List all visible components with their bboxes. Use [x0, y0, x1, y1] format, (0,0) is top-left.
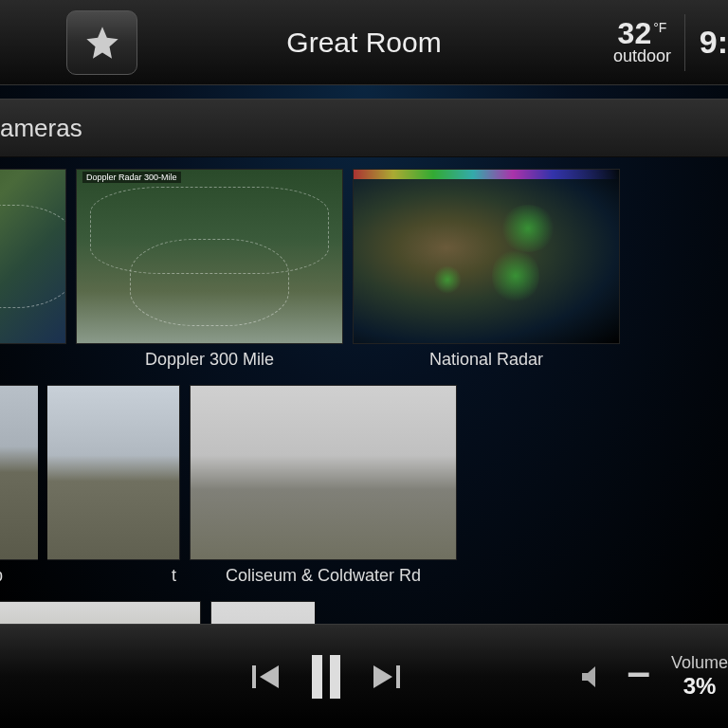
camera-tile[interactable]: Dup: [0, 385, 38, 592]
svg-rect-3: [396, 665, 400, 688]
skip-next-icon: [372, 665, 400, 688]
section-title: ameras: [0, 114, 82, 143]
media-footer: – Volume 3%: [0, 624, 728, 728]
camera-thumbnail: [353, 169, 620, 344]
camera-tile[interactable]: Doppler Radar 300-Mile Doppler 300 Mile: [76, 169, 343, 375]
weather-readout: 32 °F outdoor: [613, 18, 671, 66]
previous-button[interactable]: [252, 665, 281, 688]
camera-label: Doppler 300 Mile: [76, 344, 343, 375]
camera-tile[interactable]: t: [47, 385, 180, 592]
svg-rect-0: [252, 665, 256, 688]
camera-thumbnail: Doppler Radar 300-Mile: [76, 169, 343, 344]
volume-value: 3%: [671, 673, 728, 700]
header-divider: [684, 14, 685, 71]
svg-rect-1: [312, 655, 322, 699]
camera-thumbnail: [0, 385, 38, 560]
content-area: ameras Doppler Radar 300-Mile Doppler 30…: [0, 85, 728, 624]
camera-thumbnail: [0, 169, 66, 344]
clock-time: 9:: [700, 24, 728, 61]
volume-section: – Volume 3%: [579, 653, 728, 700]
camera-label: Dup: [0, 560, 38, 592]
skip-previous-icon: [252, 665, 281, 688]
camera-label: Coliseum & Coldwater Rd: [190, 560, 457, 592]
camera-tile[interactable]: Coliseum & Coldwater Rd: [190, 385, 457, 592]
camera-label: National Radar: [353, 344, 620, 375]
mute-button[interactable]: [579, 664, 606, 690]
room-title: Great Room: [286, 27, 441, 59]
header-bar: Great Room 32 °F outdoor 9:: [0, 0, 728, 85]
media-controls: [252, 655, 400, 699]
camera-label: t: [47, 560, 180, 592]
camera-tile[interactable]: National Radar: [353, 169, 620, 375]
speaker-icon: [579, 664, 606, 690]
svg-rect-2: [330, 655, 340, 699]
camera-thumbnail: [47, 385, 180, 560]
camera-label: [0, 344, 66, 355]
volume-label: Volume: [671, 653, 728, 673]
volume-readout: Volume 3%: [671, 653, 728, 700]
star-icon: [83, 24, 121, 62]
temperature-value: 32: [618, 18, 652, 48]
next-button[interactable]: [372, 665, 400, 688]
camera-thumbnail: [190, 385, 457, 560]
volume-down-button[interactable]: –: [627, 664, 649, 690]
section-header: ameras: [0, 99, 728, 157]
temperature-label: outdoor: [613, 46, 671, 66]
temperature-unit: °F: [653, 20, 666, 35]
pause-icon: [309, 655, 343, 699]
favorites-button[interactable]: [66, 10, 137, 75]
camera-tile[interactable]: [0, 169, 66, 375]
pause-button[interactable]: [309, 655, 343, 699]
